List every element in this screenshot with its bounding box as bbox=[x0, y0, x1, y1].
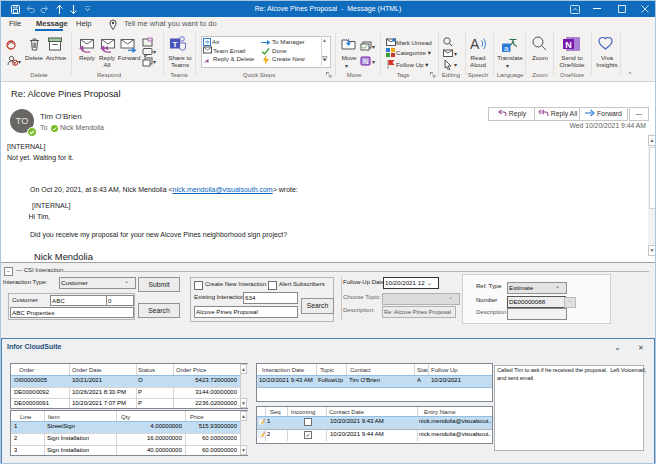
svg-text:A: A bbox=[470, 36, 480, 51]
svg-text:T: T bbox=[173, 40, 178, 49]
svg-text:N: N bbox=[565, 40, 572, 50]
svg-text:a: a bbox=[504, 44, 509, 53]
svg-text:N: N bbox=[363, 58, 368, 65]
